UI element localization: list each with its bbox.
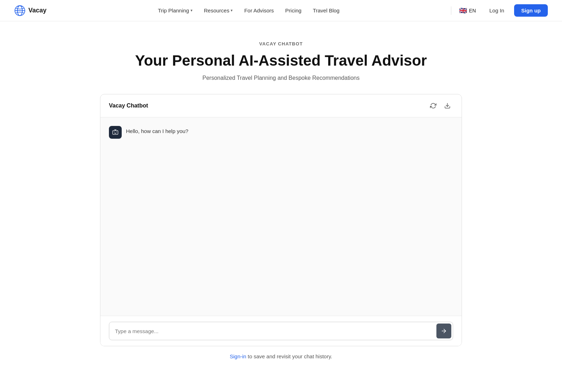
logo-icon xyxy=(14,5,26,16)
bot-avatar xyxy=(109,126,122,139)
hero-label: VACAY CHATBOT xyxy=(14,41,548,46)
chatbot-header: Vacay Chatbot xyxy=(100,94,462,117)
nav-item-pricing[interactable]: Pricing xyxy=(281,5,306,16)
language-selector[interactable]: 🇬🇧 EN xyxy=(456,5,479,17)
logo[interactable]: Vacay xyxy=(14,5,46,16)
bot-message: Hello, how can I help you? xyxy=(109,126,453,139)
svg-rect-4 xyxy=(113,131,118,134)
nav-item-travel-blog[interactable]: Travel Blog xyxy=(309,5,344,16)
nav-item-resources[interactable]: Resources ▾ xyxy=(200,5,237,16)
chat-input[interactable] xyxy=(109,323,435,339)
logo-text: Vacay xyxy=(28,7,46,14)
chatbot-title: Vacay Chatbot xyxy=(109,103,148,109)
chatbot-actions xyxy=(428,100,453,111)
refresh-icon xyxy=(430,103,436,109)
send-button[interactable] xyxy=(436,324,451,338)
hero-title: Your Personal AI-Assisted Travel Advisor xyxy=(14,52,548,69)
chat-input-area xyxy=(100,316,462,346)
nav-item-trip-planning[interactable]: Trip Planning ▾ xyxy=(154,5,197,16)
send-icon xyxy=(441,328,447,334)
nav-right: 🇬🇧 EN Log In Sign up xyxy=(451,4,548,17)
bot-icon xyxy=(112,129,119,136)
signin-hint: Sign-in to save and revisit your chat hi… xyxy=(0,346,562,366)
login-button[interactable]: Log In xyxy=(484,5,510,16)
chatbot-card: Vacay Chatbot xyxy=(100,94,462,346)
hero-section: VACAY CHATBOT Your Personal AI-Assisted … xyxy=(0,21,562,94)
nav-item-for-advisors[interactable]: For Advisors xyxy=(240,5,278,16)
nav-divider xyxy=(451,6,451,15)
chat-input-inner xyxy=(109,322,453,340)
chevron-down-icon: ▾ xyxy=(191,8,193,13)
flag-icon: 🇬🇧 xyxy=(459,7,467,15)
hero-subtitle: Personalized Travel Planning and Bespoke… xyxy=(14,75,548,81)
signin-link[interactable]: Sign-in xyxy=(230,353,246,359)
download-icon xyxy=(444,103,451,109)
chatbot-wrapper: Vacay Chatbot xyxy=(86,94,476,346)
signup-button[interactable]: Sign up xyxy=(514,4,548,17)
chevron-down-icon: ▾ xyxy=(231,8,233,13)
header: Vacay Trip Planning ▾ Resources ▾ For Ad… xyxy=(0,0,562,21)
main-nav: Trip Planning ▾ Resources ▾ For Advisors… xyxy=(154,5,344,16)
refresh-button[interactable] xyxy=(428,100,439,111)
chat-body: Hello, how can I help you? xyxy=(100,117,462,316)
bot-message-text: Hello, how can I help you? xyxy=(126,126,188,134)
download-button[interactable] xyxy=(442,100,453,111)
